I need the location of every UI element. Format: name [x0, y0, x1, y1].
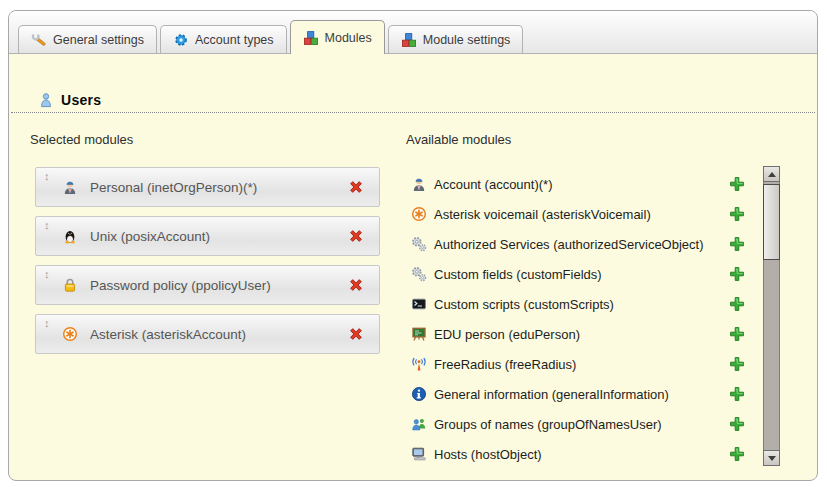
available-module-label: General information (generalInformation) [434, 387, 669, 402]
scrollbar[interactable] [763, 166, 780, 466]
tabs: General settings Account types [18, 20, 526, 53]
settings-window: General settings Account types [8, 10, 818, 481]
drag-handle-icon[interactable]: ↕ [44, 220, 50, 231]
antenna-icon [411, 356, 427, 372]
scroll-up-button[interactable] [763, 166, 780, 182]
add-icon[interactable] [729, 326, 745, 342]
available-module-label: Hosts (hostObject) [434, 447, 542, 462]
modules-cubes-icon [401, 32, 417, 48]
tab-module-settings[interactable]: Module settings [388, 25, 524, 53]
add-icon[interactable] [729, 386, 745, 402]
person-icon [62, 179, 78, 195]
tab-label: Module settings [423, 33, 511, 47]
gears-icon [411, 236, 427, 252]
add-icon[interactable] [729, 356, 745, 372]
chalkboard-icon [411, 326, 427, 342]
delete-icon[interactable] [348, 228, 364, 244]
delete-icon[interactable] [348, 326, 364, 342]
selected-modules-list: ↕ Personal (inetOrgPerson)(*) ↕ [35, 167, 380, 363]
available-module-row: Custom scripts (customScripts) [411, 289, 745, 319]
available-module-label: EDU person (eduPerson) [434, 327, 580, 342]
available-module-row: Custom fields (customFields) [411, 259, 745, 289]
group-icon [411, 416, 427, 432]
section-title: Users [61, 92, 101, 108]
available-module-row: Account (account)(*) [411, 169, 745, 199]
selected-module-label: Asterisk (asteriskAccount) [90, 315, 339, 353]
tux-icon [62, 228, 78, 244]
drag-handle-icon[interactable]: ↕ [44, 318, 50, 329]
tab-account-types[interactable]: Account types [160, 25, 287, 53]
available-modules-heading: Available modules [406, 132, 511, 147]
selected-module-row[interactable]: ↕ Personal (inetOrgPerson)(*) [35, 167, 380, 207]
user-blue-icon [38, 92, 54, 108]
available-module-row: Groups of names (groupOfNamesUser) [411, 409, 745, 439]
blue-gear-icon [173, 32, 189, 48]
available-module-row: Authorized Services (authorizedServiceOb… [411, 229, 745, 259]
lock-icon [62, 277, 78, 293]
selected-module-row[interactable]: ↕ Asterisk (asteriskAccount) [35, 314, 380, 354]
selected-module-label: Password policy (ppolicyUser) [90, 266, 339, 304]
available-modules-list: Account (account)(*) Aste [411, 169, 745, 469]
asterisk-icon [411, 206, 427, 222]
selected-module-label: Personal (inetOrgPerson)(*) [90, 168, 339, 206]
available-module-row: Asterisk voicemail (asteriskVoicemail) [411, 199, 745, 229]
available-module-row: FreeRadius (freeRadius) [411, 349, 745, 379]
selected-module-row[interactable]: ↕ Unix (posixAccount) [35, 216, 380, 256]
gears-icon [411, 266, 427, 282]
available-module-label: Groups of names (groupOfNamesUser) [434, 417, 662, 432]
person-icon [411, 176, 427, 192]
tab-label: Modules [325, 31, 372, 45]
selected-module-label: Unix (posixAccount) [90, 217, 339, 255]
host-icon [411, 446, 427, 462]
selected-module-row[interactable]: ↕ Password policy (ppolicyUser) [35, 265, 380, 305]
available-module-label: Account (account)(*) [434, 177, 553, 192]
modules-cubes-icon [303, 30, 319, 46]
available-module-label: Custom fields (customFields) [434, 267, 602, 282]
available-module-row: General information (generalInformation) [411, 379, 745, 409]
drag-handle-icon[interactable]: ↕ [44, 171, 50, 182]
available-module-label: Authorized Services (authorizedServiceOb… [434, 237, 704, 252]
add-icon[interactable] [729, 296, 745, 312]
available-module-label: Custom scripts (customScripts) [434, 297, 614, 312]
tab-modules[interactable]: Modules [290, 20, 385, 54]
wrench-icon [31, 32, 47, 48]
delete-icon[interactable] [348, 179, 364, 195]
delete-icon[interactable] [348, 277, 364, 293]
arrow-up-icon [768, 172, 776, 177]
available-module-row: EDU person (eduPerson) [411, 319, 745, 349]
scrollbar-thumb[interactable] [763, 184, 780, 260]
info-icon [411, 386, 427, 402]
tab-label: Account types [195, 33, 274, 47]
section-header-users: Users [38, 92, 101, 108]
available-module-label: FreeRadius (freeRadius) [434, 357, 576, 372]
terminal-icon [411, 296, 427, 312]
drag-handle-icon[interactable]: ↕ [44, 269, 50, 280]
tab-bar: General settings Account types [9, 11, 817, 54]
selected-modules-heading: Selected modules [30, 132, 133, 147]
arrow-down-icon [768, 456, 776, 461]
add-icon[interactable] [729, 236, 745, 252]
asterisk-icon [62, 326, 78, 342]
scroll-down-button[interactable] [763, 450, 780, 466]
add-icon[interactable] [729, 446, 745, 462]
available-module-row: Hosts (hostObject) [411, 439, 745, 469]
add-icon[interactable] [729, 416, 745, 432]
available-module-label: Asterisk voicemail (asteriskVoicemail) [434, 207, 651, 222]
add-icon[interactable] [729, 266, 745, 282]
tab-general-settings[interactable]: General settings [18, 25, 157, 53]
tab-label: General settings [53, 33, 144, 47]
add-icon[interactable] [729, 176, 745, 192]
add-icon[interactable] [729, 206, 745, 222]
dotted-divider [11, 112, 815, 113]
